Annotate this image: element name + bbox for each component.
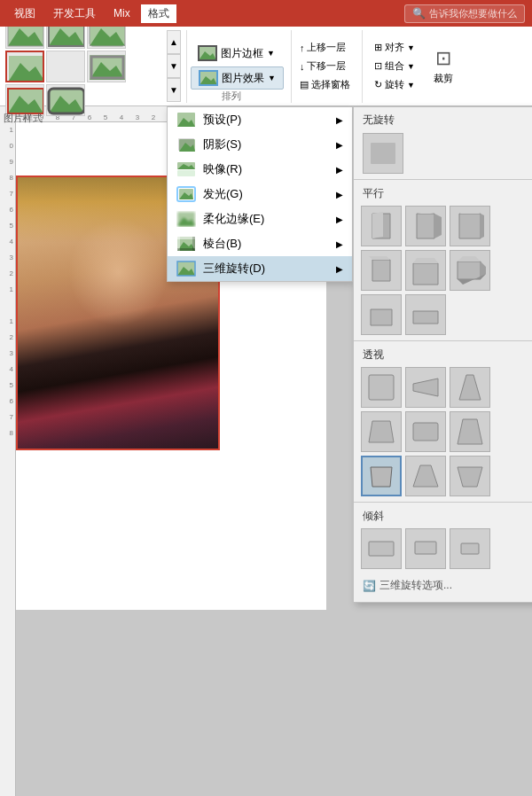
select-pane-btn[interactable]: ▤选择窗格 [295, 76, 355, 93]
no-rotation-label: 无旋转 [354, 107, 532, 131]
picture-border-btn[interactable]: 图片边框 ▼ [191, 43, 284, 64]
ribbon-tab-format[interactable]: 格式 [141, 4, 176, 23]
scroll-expand-btn[interactable]: ▼ [167, 78, 181, 102]
menu-item-glow[interactable]: 发光(G) ▶ [168, 182, 352, 207]
svg-rect-50 [413, 423, 438, 441]
parallel-btn-3[interactable] [450, 206, 490, 246]
svg-rect-44 [177, 248, 195, 251]
persp-btn-7-selected[interactable] [361, 456, 402, 496]
group-btn[interactable]: ⊡组合▼ [370, 58, 419, 74]
perspective-label: 透视 [354, 343, 532, 365]
style-thumb-8[interactable] [46, 84, 85, 116]
picture-effect-label: 图片效果 [222, 71, 264, 86]
menu-item-3d-rotation[interactable]: 三维旋转(D) ▶ [168, 256, 352, 281]
svg-rect-53 [461, 543, 479, 554]
more-3d-rotation-link[interactable]: 🔄 三维旋转选项... [354, 574, 532, 597]
style-thumb-6[interactable] [87, 51, 126, 82]
no-rotation-btn[interactable] [363, 133, 403, 174]
style-thumb-5[interactable] [46, 51, 85, 82]
scroll-down-btn[interactable]: ▼ [167, 54, 181, 78]
menu-item-reflection[interactable]: 映像(R) ▶ [168, 157, 352, 182]
rotation-3d-submenu: 无旋转 平行 [353, 106, 532, 603]
oblique-btn-3[interactable] [450, 528, 490, 569]
ribbon-content: ▲ ▼ ▼ 图片样式 图片边框 ▼ 图片效果 ▼ ↑上移一层 ↓下移一层 [0, 27, 532, 106]
menu-item-bevel[interactable]: 棱台(B) ▶ [168, 231, 352, 256]
parallel-btn-2[interactable] [405, 206, 446, 246]
crop-section: ⊡ 裁剪 [423, 30, 460, 103]
persp-btn-5[interactable] [405, 411, 446, 452]
arrange-section: ↑上移一层 ↓下移一层 ▤选择窗格 [295, 30, 363, 103]
oblique-btn-2[interactable] [405, 528, 446, 569]
parallel-btn-7[interactable] [361, 294, 402, 335]
parallel-label: 平行 [354, 182, 532, 204]
svg-rect-52 [415, 542, 436, 554]
ribbon-tab-view[interactable]: 视图 [7, 4, 43, 23]
image-style-label: 图片样式 [4, 112, 43, 125]
down-layer-btn[interactable]: ↓下移一层 [295, 58, 351, 74]
menu-item-shadow[interactable]: 阴影(S) ▶ [168, 132, 352, 157]
parallel-btn-5[interactable] [405, 250, 446, 291]
persp-btn-4[interactable] [361, 411, 402, 452]
persp-btn-2[interactable] [405, 367, 446, 408]
picture-effect-dropdown: 预设(P) ▶ 阴影(S) ▶ 映像(R) ▶ 发光(G) ▶ 柔化边缘(E) … [167, 106, 353, 282]
up-layer-btn[interactable]: ↑上移一层 [295, 39, 351, 56]
search-icon: 🔍 [412, 7, 426, 20]
arrange-label: 排列 [222, 90, 241, 103]
oblique-btn-1[interactable] [361, 528, 402, 569]
ribbon-tab-mix[interactable]: Mix [106, 5, 137, 21]
persp-btn-9[interactable] [450, 456, 490, 496]
parallel-btn-6[interactable] [450, 250, 490, 291]
style-thumb-4[interactable] [5, 51, 44, 82]
picture-effect-btn[interactable]: 图片效果 ▼ [191, 66, 284, 90]
parallel-btn-4[interactable] [361, 250, 402, 291]
image-style-section: ▲ ▼ ▼ 图片样式 [5, 30, 187, 103]
parallel-btn-1[interactable] [361, 206, 402, 246]
svg-rect-48 [371, 143, 395, 164]
menu-item-preset[interactable]: 预设(P) ▶ [168, 107, 352, 132]
svg-rect-32 [177, 170, 195, 176]
scroll-up-btn[interactable]: ▲ [167, 30, 181, 54]
oblique-label: 倾斜 [354, 504, 532, 527]
align-section: ⊞对齐▼ ⊡组合▼ ↻旋转▼ [366, 30, 419, 103]
persp-btn-8[interactable] [405, 456, 446, 496]
parallel-btn-8[interactable] [405, 294, 446, 335]
persp-btn-1[interactable] [361, 367, 402, 408]
ribbon-tab-devtools[interactable]: 开发工具 [46, 4, 103, 23]
ruler-left: 1 0 9 8 7 6 5 4 3 2 1 1 2 3 4 5 6 7 8 [0, 106, 16, 796]
svg-rect-51 [369, 542, 394, 556]
align-btn[interactable]: ⊞对齐▼ [370, 39, 419, 56]
persp-btn-3[interactable] [450, 367, 490, 408]
persp-btn-6[interactable] [450, 411, 490, 452]
search-input[interactable]: 告诉我你想要做什么 [429, 7, 517, 20]
crop-btn[interactable]: ⊡ 裁剪 [426, 43, 460, 89]
picture-border-label: 图片边框 [221, 46, 263, 61]
menu-item-soft-edge[interactable]: 柔化边缘(E) ▶ [168, 207, 352, 231]
svg-rect-49 [369, 375, 394, 400]
rotate-btn[interactable]: ↻旋转▼ [370, 76, 419, 93]
